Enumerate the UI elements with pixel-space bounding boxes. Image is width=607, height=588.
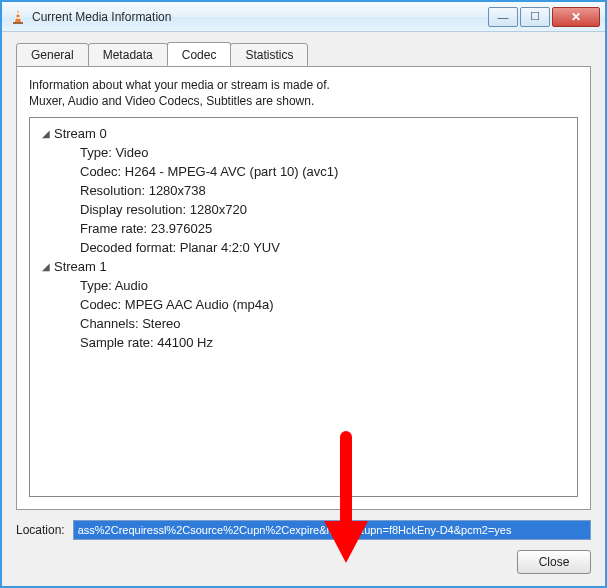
desc-line-2: Muxer, Audio and Video Codecs, Subtitles…	[29, 94, 314, 108]
tabstrip: General Metadata Codec Statistics	[16, 42, 591, 66]
app-icon	[10, 9, 26, 25]
desc-line-1: Information about what your media or str…	[29, 78, 330, 92]
tab-statistics[interactable]: Statistics	[230, 43, 308, 67]
minimize-icon: —	[498, 11, 509, 23]
stream-label: Stream 0	[54, 126, 107, 141]
codec-tree[interactable]: ◢Stream 0Type: VideoCodec: H264 - MPEG-4…	[29, 117, 578, 497]
collapse-icon: ◢	[40, 261, 52, 272]
window-title: Current Media Information	[32, 10, 482, 24]
maximize-icon: ☐	[530, 10, 540, 23]
close-icon: ✕	[571, 10, 581, 24]
window-controls: — ☐ ✕	[488, 7, 600, 27]
location-row: Location:	[16, 520, 591, 540]
stream-property: Type: Video	[34, 143, 573, 162]
close-window-button[interactable]: ✕	[552, 7, 600, 27]
stream-property: Codec: H264 - MPEG-4 AVC (part 10) (avc1…	[34, 162, 573, 181]
stream-property: Display resolution: 1280x720	[34, 200, 573, 219]
stream-property: Channels: Stereo	[34, 314, 573, 333]
client-area: General Metadata Codec Statistics Inform…	[2, 32, 605, 586]
stream-property: Decoded format: Planar 4:2:0 YUV	[34, 238, 573, 257]
stream-label: Stream 1	[54, 259, 107, 274]
location-label: Location:	[16, 523, 65, 537]
tab-general[interactable]: General	[16, 43, 89, 67]
stream-property: Resolution: 1280x738	[34, 181, 573, 200]
codec-description: Information about what your media or str…	[29, 77, 578, 109]
titlebar: Current Media Information — ☐ ✕	[2, 2, 605, 32]
svg-rect-3	[13, 22, 23, 24]
codec-tab-body: Information about what your media or str…	[16, 66, 591, 510]
dialog-buttons: Close	[16, 550, 591, 574]
close-button[interactable]: Close	[517, 550, 591, 574]
location-field[interactable]	[73, 520, 591, 540]
svg-rect-1	[16, 13, 19, 14]
tab-metadata[interactable]: Metadata	[88, 43, 168, 67]
stream-property: Frame rate: 23.976025	[34, 219, 573, 238]
stream-property: Sample rate: 44100 Hz	[34, 333, 573, 352]
stream-header[interactable]: ◢Stream 0	[34, 124, 573, 143]
minimize-button[interactable]: —	[488, 7, 518, 27]
maximize-button[interactable]: ☐	[520, 7, 550, 27]
svg-rect-2	[15, 17, 20, 18]
stream-property: Codec: MPEG AAC Audio (mp4a)	[34, 295, 573, 314]
collapse-icon: ◢	[40, 128, 52, 139]
tab-codec[interactable]: Codec	[167, 42, 232, 66]
stream-property: Type: Audio	[34, 276, 573, 295]
stream-header[interactable]: ◢Stream 1	[34, 257, 573, 276]
svg-marker-0	[15, 10, 21, 22]
